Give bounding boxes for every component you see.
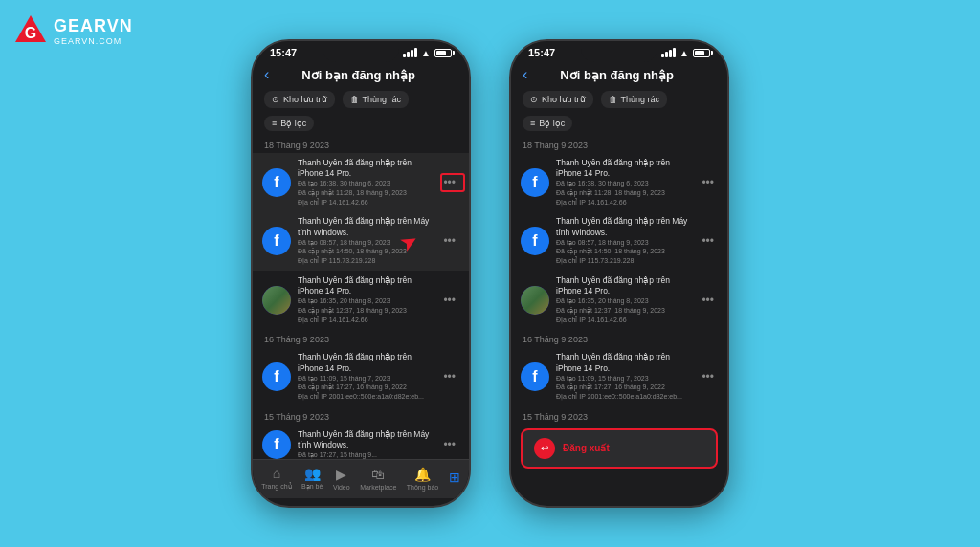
logo-icon: G [13,13,48,48]
filter-label-left: Bộ lọc [280,119,306,128]
login-detail-4-left: Đã tạo 11:09, 15 tháng 7, 2023Đã cập nhậ… [298,374,433,402]
login-item-1-right[interactable]: f Thanh Uyên đã đăng nhập trên iPhone 14… [511,153,727,211]
avatar-1-left: f [262,168,291,197]
login-info-1-right: Thanh Uyên đã đăng nhập trên iPhone 14 P… [556,158,691,207]
archive-icon-right: ⊙ [530,95,538,104]
signal-bar-r3 [669,50,672,57]
back-button-right[interactable]: ‹ [523,66,527,83]
avatar-2-left: f [262,227,291,255]
signal-icon [403,48,417,57]
battery-fill-right [695,51,704,55]
archive-label-left: Kho lưu trữ [283,95,327,104]
avatar-4-right: f [521,362,549,391]
phone-notch-right [581,41,657,62]
login-item-5-left[interactable]: f Thanh Uyên đã đăng nhập trên Máy tính … [253,425,469,459]
login-title-2-right: Thanh Uyên đã đăng nhập trên Máy tính Wi… [556,216,691,237]
nav-friends-left[interactable]: 👥 Bạn bè [301,466,323,491]
more-btn-3-right[interactable]: ••• [698,292,718,309]
section-date-3-left: 15 Tháng 9 2023 [253,406,469,425]
logo-text: GEARVN GEARVN.COM [54,16,133,46]
notifications-icon: 🔔 [414,467,431,482]
toolbar-left: ⊙ Kho lưu trữ 🗑 Thùng rác [253,87,469,112]
trash-icon-right: 🗑 [609,95,617,104]
login-title-3-left: Thanh Uyên đã đăng nhập trên iPhone 14 P… [298,275,433,296]
login-info-2-right: Thanh Uyên đã đăng nhập trên Máy tính Wi… [556,216,691,265]
more-btn-2-left[interactable]: ••• [439,232,459,250]
filter-label-right: Bộ lọc [539,119,565,128]
login-item-3-left[interactable]: Thanh Uyên đã đăng nhập trên iPhone 14 P… [253,271,469,329]
nav-video-left[interactable]: ▶ Video [333,467,350,491]
archive-label-right: Kho lưu trữ [542,95,586,104]
battery-icon [434,49,452,57]
more-btn-1-left[interactable]: ••• [439,174,459,191]
nav-menu-left[interactable]: ⊞ [449,470,460,487]
more-btn-3-left[interactable]: ••• [439,292,459,309]
more-btn-2-right[interactable]: ••• [698,232,718,250]
login-detail-2-right: Đã tạo 08:57, 18 tháng 9, 2023Đã cập nhậ… [556,238,691,266]
login-title-5-left: Thanh Uyên đã đăng nhập trên Máy tính Wi… [298,429,433,450]
wifi-icon: ▲ [421,48,431,58]
filter-btn-left[interactable]: ≡ Bộ lọc [264,116,314,131]
login-title-4-left: Thanh Uyên đã đăng nhập trên iPhone 14 P… [298,352,433,373]
login-info-2-left: Thanh Uyên đã đăng nhập trên Máy tính Wi… [298,216,433,265]
gearvn-logo: G GEARVN GEARVN.COM [13,13,133,48]
avatar-img-3-right [521,286,549,315]
more-btn-5-left[interactable]: ••• [439,436,459,453]
filter-btn-right[interactable]: ≡ Bộ lọc [523,116,572,131]
more-btn-4-left[interactable]: ••• [439,368,459,385]
home-icon: ⌂ [273,466,280,481]
section-date-1-right: 18 Tháng 9 2023 [511,135,727,153]
phones-container: 15:47 ▲ ‹ Nơi bạn đăng nhập [0,0,980,547]
section-date-2-left: 16 Tháng 9 2023 [253,329,469,347]
phone-right: 15:47 ▲ ‹ Nơi bạn đăng nhập [509,39,729,508]
login-detail-3-right: Đã tạo 16:35, 20 tháng 8, 2023Đã cập nhậ… [556,296,691,324]
login-detail-1-right: Đã tạo 16:38, 30 tháng 6, 2023Đã cập nhậ… [556,179,691,207]
login-item-3-right[interactable]: Thanh Uyên đã đăng nhập trên iPhone 14 P… [511,271,727,329]
login-detail-2-left: Đã tạo 08:57, 18 tháng 9, 2023Đã cập nhậ… [298,238,433,266]
nav-marketplace-label: Marketplace [360,484,396,491]
signal-bar-1 [403,54,406,57]
trash-label-left: Thùng rác [363,95,402,104]
screen-header-left: ‹ Nơi bạn đăng nhập [253,60,469,87]
more-btn-1-right[interactable]: ••• [698,174,718,191]
battery-fill [436,51,446,55]
login-item-4-left[interactable]: f Thanh Uyên đã đăng nhập trên iPhone 14… [253,347,469,405]
battery-icon-right [693,49,710,57]
video-icon: ▶ [336,467,346,482]
archive-btn-left[interactable]: ⊙ Kho lưu trữ [264,91,335,108]
more-btn-4-right[interactable]: ••• [698,368,718,385]
login-item-2-left[interactable]: f Thanh Uyên đã đăng nhập trên Máy tính … [253,211,469,270]
trash-icon: 🗑 [350,95,359,104]
nav-home-label: Trang chủ [261,483,291,491]
signal-bar-r4 [673,48,676,57]
nav-marketplace-left[interactable]: 🛍 Marketplace [360,467,396,491]
status-icons-right: ▲ [661,48,710,58]
login-info-3-right: Thanh Uyên đã đăng nhập trên iPhone 14 P… [556,275,691,324]
avatar-3-right [521,286,549,315]
login-title-3-right: Thanh Uyên đã đăng nhập trên iPhone 14 P… [556,275,691,296]
login-title-2-left: Thanh Uyên đã đăng nhập trên Máy tính Wi… [298,216,433,237]
login-item-2-right[interactable]: f Thanh Uyên đã đăng nhập trên Máy tính … [511,211,727,270]
nav-notifications-left[interactable]: 🔔 Thông báo [407,467,438,491]
logout-item[interactable]: ↩ Đăng xuất [521,428,718,469]
archive-icon: ⊙ [272,95,279,104]
section-date-2-right: 16 Tháng 9 2023 [511,329,727,347]
archive-btn-right[interactable]: ⊙ Kho lưu trữ [523,91,593,108]
login-item-1-left[interactable]: f Thanh Uyên đã đăng nhập trên iPhone 14… [253,153,469,211]
login-info-4-right: Thanh Uyên đã đăng nhập trên iPhone 14 P… [556,352,691,401]
screen-header-right: ‹ Nơi bạn đăng nhập [511,60,727,87]
login-detail-3-left: Đã tạo 16:35, 20 tháng 8, 2023Đã cập nhậ… [298,296,433,324]
back-button-left[interactable]: ‹ [264,66,269,83]
login-info-1-left: Thanh Uyên đã đăng nhập trên iPhone 14 P… [298,158,433,207]
trash-btn-left[interactable]: 🗑 Thùng rác [343,91,410,108]
screen-left: ‹ Nơi bạn đăng nhập ⊙ Kho lưu trữ 🗑 Thùn… [253,60,469,498]
signal-bar-r2 [665,52,668,57]
screen-right: ‹ Nơi bạn đăng nhập ⊙ Kho lưu trữ 🗑 Thùn… [511,60,727,498]
logout-icon: ↩ [534,438,555,459]
scroll-content-right: 18 Tháng 9 2023 f Thanh Uyên đã đăng nhậ… [511,135,727,498]
trash-btn-right[interactable]: 🗑 Thùng rác [601,91,668,108]
login-item-4-right[interactable]: f Thanh Uyên đã đăng nhập trên iPhone 14… [511,347,727,405]
nav-home-left[interactable]: ⌂ Trang chủ [261,466,291,491]
login-title-4-right: Thanh Uyên đã đăng nhập trên iPhone 14 P… [556,352,691,373]
phone-notch-left [323,41,399,62]
